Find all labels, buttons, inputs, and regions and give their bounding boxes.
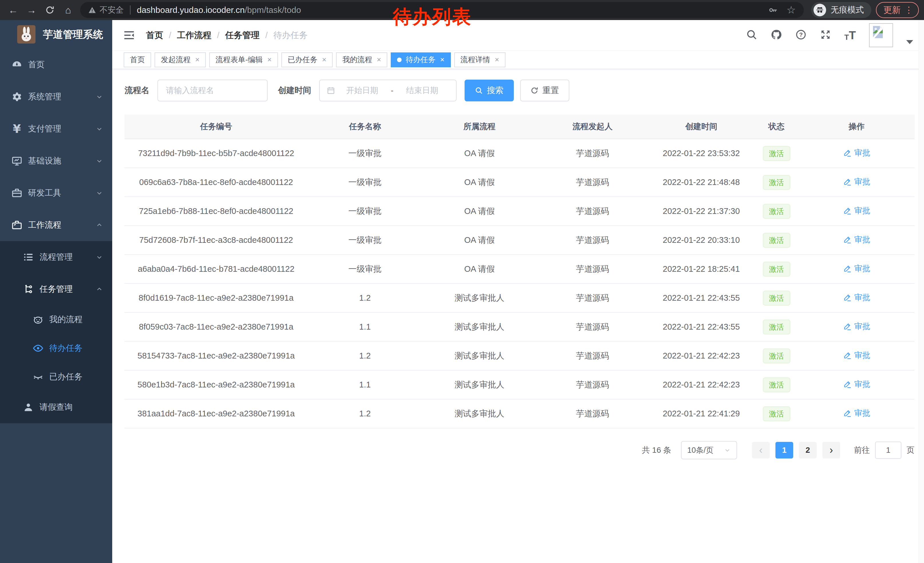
avatar-caret-icon[interactable] bbox=[906, 40, 913, 44]
tab-发起流程[interactable]: 发起流程× bbox=[154, 53, 206, 67]
sidebar-item-workflow[interactable]: 工作流程 bbox=[0, 209, 112, 241]
table-body: 73211d9d-7b9b-11ec-b5b7-acde48001122一级审批… bbox=[124, 139, 915, 428]
approve-link[interactable]: 审批 bbox=[843, 321, 870, 332]
cell-name: 一级审批 bbox=[308, 197, 422, 226]
approve-link[interactable]: 审批 bbox=[843, 263, 870, 274]
font-size-icon[interactable]: TT bbox=[844, 30, 856, 41]
tab-我的流程[interactable]: 我的流程× bbox=[336, 53, 387, 67]
approve-link[interactable]: 审批 bbox=[843, 292, 870, 303]
cell-process: OA 请假 bbox=[422, 139, 537, 168]
update-button[interactable]: 更新 ⋮ bbox=[876, 2, 919, 18]
approve-link[interactable]: 审批 bbox=[843, 176, 870, 187]
approve-link[interactable]: 审批 bbox=[843, 205, 870, 216]
forward-button[interactable]: → bbox=[24, 2, 39, 18]
eye-icon bbox=[33, 343, 44, 354]
pen-icon bbox=[843, 380, 852, 389]
table-row: 725a1eb6-7b88-11ec-8ef0-acde48001122一级审批… bbox=[124, 197, 915, 226]
end-date-input[interactable]: 结束日期 bbox=[395, 85, 449, 96]
tab-待办任务[interactable]: 待办任务× bbox=[391, 53, 450, 67]
approve-link[interactable]: 审批 bbox=[843, 350, 870, 361]
goto-page-input[interactable] bbox=[875, 441, 902, 459]
fullscreen-icon[interactable] bbox=[820, 29, 831, 42]
reset-button[interactable]: 重置 bbox=[520, 80, 569, 101]
approve-link[interactable]: 审批 bbox=[843, 234, 870, 245]
menu-fold-icon[interactable] bbox=[123, 29, 135, 41]
avatar[interactable] bbox=[869, 23, 893, 47]
pen-icon bbox=[843, 264, 852, 273]
key-icon[interactable] bbox=[768, 5, 778, 15]
search-button[interactable]: 搜索 bbox=[465, 80, 514, 101]
breadcrumb-item[interactable]: 任务管理 bbox=[225, 30, 260, 41]
cell-id: 381aa1dd-7ac8-11ec-a9e2-a2380e71991a bbox=[124, 399, 308, 428]
sidebar-item-task-mgmt[interactable]: 任务管理 bbox=[0, 273, 112, 305]
approve-link-label: 审批 bbox=[855, 176, 870, 187]
cell-status: 激活 bbox=[754, 284, 799, 312]
approve-link[interactable]: 审批 bbox=[843, 379, 870, 390]
process-name-input[interactable] bbox=[158, 80, 268, 101]
page-button-1[interactable]: 1 bbox=[776, 442, 793, 458]
github-icon bbox=[771, 29, 782, 41]
next-page-button[interactable]: › bbox=[822, 442, 840, 458]
sidebar-item-system[interactable]: 系统管理 bbox=[0, 81, 112, 113]
close-icon[interactable]: × bbox=[267, 55, 272, 64]
github-icon[interactable] bbox=[771, 29, 782, 42]
sidebar-item-todo-task[interactable]: 待办任务 bbox=[0, 334, 112, 363]
prev-page-button[interactable]: ‹ bbox=[752, 442, 770, 458]
cell-status: 激活 bbox=[754, 370, 799, 399]
browser-nav-icons: ←→⌂ bbox=[5, 2, 76, 18]
approve-link[interactable]: 审批 bbox=[843, 408, 870, 419]
tab-已办任务[interactable]: 已办任务× bbox=[281, 53, 333, 67]
search-icon[interactable] bbox=[746, 29, 758, 42]
close-icon[interactable]: × bbox=[440, 55, 444, 64]
page-button-2[interactable]: 2 bbox=[799, 442, 817, 458]
close-icon[interactable]: × bbox=[377, 55, 381, 64]
url-separator bbox=[130, 6, 130, 15]
home-button[interactable]: ⌂ bbox=[60, 2, 76, 18]
sidebar-item-leave-query[interactable]: 请假查询 bbox=[0, 391, 112, 423]
sidebar-item-infra[interactable]: 基础设施 bbox=[0, 145, 112, 177]
date-range-input[interactable]: 开始日期 - 结束日期 bbox=[319, 80, 456, 101]
reload-button[interactable] bbox=[42, 2, 58, 18]
sidebar-item-done-task[interactable]: 已办任务 bbox=[0, 363, 112, 391]
close-icon[interactable]: × bbox=[322, 55, 326, 64]
sidebar-item-my-process[interactable]: 我的流程 bbox=[0, 305, 112, 334]
back-button[interactable]: ← bbox=[5, 2, 21, 18]
date-range-separator: - bbox=[389, 86, 395, 95]
sidebar-item-label: 系统管理 bbox=[28, 91, 61, 102]
table-row: 8f059c03-7ac8-11ec-a9e2-a2380e71991a1.1测… bbox=[124, 312, 915, 341]
pen-icon bbox=[843, 322, 852, 331]
bookmark-star-icon[interactable]: ☆ bbox=[787, 4, 796, 16]
cell-name: 一级审批 bbox=[308, 255, 422, 284]
sidebar-item-devtools[interactable]: 研发工具 bbox=[0, 177, 112, 209]
sidebar-item-process-mgmt[interactable]: 流程管理 bbox=[0, 241, 112, 273]
cell-name: 一级审批 bbox=[308, 226, 422, 255]
cell-id: 069c6a63-7b8a-11ec-8ef0-acde48001122 bbox=[124, 168, 308, 197]
close-icon[interactable]: × bbox=[195, 55, 200, 64]
pen-icon bbox=[843, 409, 852, 417]
tab-首页[interactable]: 首页 bbox=[124, 53, 151, 67]
browser-menu-icon[interactable]: ⋮ bbox=[904, 6, 913, 14]
eye-closed-icon bbox=[33, 371, 44, 382]
sidebar-item-home[interactable]: 首页 bbox=[0, 49, 112, 81]
sidebar-item-label: 已办任务 bbox=[49, 371, 82, 383]
close-icon[interactable]: × bbox=[495, 55, 499, 64]
page-scrollbar[interactable] bbox=[918, 20, 924, 563]
breadcrumb-item[interactable]: 首页 bbox=[146, 30, 163, 41]
sidebar-item-payment[interactable]: ¥支付管理 bbox=[0, 113, 112, 145]
tab-流程表单-编辑[interactable]: 流程表单-编辑× bbox=[209, 53, 278, 67]
approve-link[interactable]: 审批 bbox=[843, 147, 870, 158]
security-chip[interactable]: 不安全 bbox=[88, 5, 124, 15]
tab-label: 待办任务 bbox=[406, 55, 435, 65]
tab-流程详情[interactable]: 流程详情× bbox=[454, 53, 506, 67]
table-row: 75d72608-7b7f-11ec-a3c8-acde48001122一级审批… bbox=[124, 226, 915, 255]
cell-id: 580e1b3d-7ac8-11ec-a9e2-a2380e71991a bbox=[124, 370, 308, 399]
page-size-select[interactable]: 10条/页 bbox=[681, 441, 737, 459]
chevron-down-icon bbox=[96, 157, 103, 165]
start-date-input[interactable]: 开始日期 bbox=[335, 85, 389, 96]
sidebar-item-label: 工作流程 bbox=[28, 219, 61, 231]
cell-action: 审批 bbox=[799, 312, 915, 341]
cell-starter: 芋道源码 bbox=[537, 139, 648, 168]
breadcrumb-item[interactable]: 工作流程 bbox=[177, 30, 211, 41]
help-icon[interactable]: ? bbox=[795, 29, 807, 42]
sidebar-logo-row[interactable]: 芋道管理系统 bbox=[0, 20, 112, 49]
